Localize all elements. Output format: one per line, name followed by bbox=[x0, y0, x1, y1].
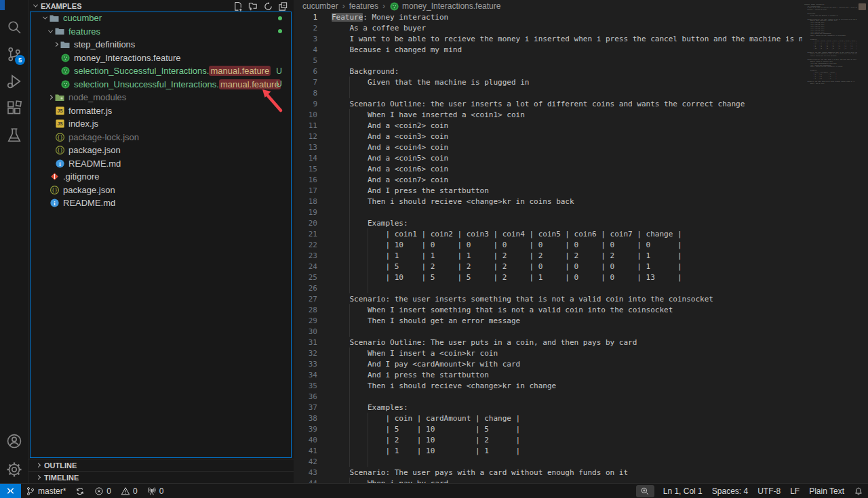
code-line-9: 9 Scenario Outline: the user inserts a l… bbox=[294, 98, 802, 109]
chevron-down-icon bbox=[34, 4, 37, 7]
status-remote[interactable] bbox=[0, 484, 21, 498]
outline-section-header[interactable]: OUTLINE bbox=[28, 459, 294, 471]
indent-guide bbox=[349, 87, 350, 98]
code-line-12: 12 And a <coin3> coin bbox=[294, 131, 802, 142]
tree-item-step-definitions[interactable]: step_definitions bbox=[31, 38, 291, 51]
tree-item-package-json[interactable]: {}package.json bbox=[31, 184, 291, 197]
breadcrumb-item-money-interactions-feature[interactable]: money_Interactions.feature bbox=[402, 1, 500, 11]
code-text: When I insert something that is not a va… bbox=[332, 306, 673, 314]
line-number: 12 bbox=[294, 132, 317, 141]
line-number: 15 bbox=[294, 165, 317, 173]
code-text: Background: bbox=[332, 67, 399, 76]
chevron-right-icon[interactable] bbox=[52, 43, 60, 46]
activitybar-account-button[interactable] bbox=[0, 428, 28, 455]
status-warnings[interactable]: 0 bbox=[116, 484, 142, 498]
line-number: 10 bbox=[294, 110, 317, 119]
timeline-section-header[interactable]: TIMELINE bbox=[28, 471, 294, 483]
line-number: 35 bbox=[294, 381, 317, 390]
status-language-mode[interactable]: Plain Text bbox=[804, 484, 849, 498]
status-language-mode-label: Plain Text bbox=[809, 486, 844, 496]
chevron-right-icon bbox=[37, 463, 40, 467]
code-text: Scenario: the user inserts something tha… bbox=[332, 295, 713, 304]
activitybar-search-button[interactable] bbox=[0, 14, 28, 41]
activitybar-extensions-button[interactable] bbox=[0, 95, 28, 122]
status-screencast-zoom[interactable] bbox=[636, 485, 654, 497]
minimap[interactable]: Feature: Money interaction As a coffee b… bbox=[802, 0, 857, 483]
readme-icon: i bbox=[50, 198, 60, 208]
scrollbar-thumb[interactable] bbox=[859, 3, 866, 10]
code-text: Examples: bbox=[332, 219, 408, 228]
tree-item-label: README.md bbox=[63, 198, 115, 208]
tree-item-readme-md[interactable]: iREADME.md bbox=[31, 157, 291, 171]
tree-item-features[interactable]: features bbox=[31, 25, 291, 39]
code-text: Scenario Outline: the user inserts a lot… bbox=[332, 100, 745, 108]
tree-item-package-lock-json[interactable]: {}package-lock.json bbox=[31, 131, 291, 144]
status-notifications[interactable] bbox=[849, 484, 868, 498]
json-icon: {} bbox=[50, 185, 60, 195]
tree-item-label: formatter.js bbox=[68, 106, 112, 116]
testing-icon bbox=[6, 127, 22, 144]
code-text: As a coffee buyer bbox=[332, 24, 426, 33]
tree-item-package-json[interactable]: {}package.json bbox=[31, 144, 291, 157]
code-line-38: 38 | coin | cardAmount | change | bbox=[294, 413, 802, 423]
status-ports-label: 0 bbox=[159, 486, 164, 496]
status-cursor-position[interactable]: Ln 1, Col 1 bbox=[658, 484, 707, 498]
new-folder-button[interactable] bbox=[248, 1, 258, 12]
code-line-19: 19 bbox=[294, 207, 802, 217]
status-ports[interactable]: 0 bbox=[142, 484, 169, 498]
tree-item-node-modules[interactable]: node_modules bbox=[31, 91, 291, 104]
filename-match-highlight: manual.feature bbox=[209, 66, 271, 76]
line-number: 40 bbox=[294, 436, 317, 444]
code-line-13: 13 And a <coin4> coin bbox=[294, 142, 802, 152]
overview-ruler[interactable] bbox=[857, 0, 868, 483]
status-git-branch[interactable]: master* bbox=[21, 484, 71, 498]
tree-item-label: node_modules bbox=[68, 92, 126, 102]
refresh-button[interactable] bbox=[262, 1, 273, 12]
tree-item-index-js[interactable]: JSindex.js bbox=[31, 117, 291, 131]
chevron-down-icon[interactable] bbox=[41, 16, 49, 20]
new-file-button[interactable] bbox=[233, 1, 243, 12]
code-text: | 5 | 2 | 2 | 2 | 0 | 0 | 0 | 1 | bbox=[332, 262, 682, 271]
tree-item-label: selection_Unsuccessful_Interactions. bbox=[74, 79, 219, 89]
chevron-right-icon[interactable] bbox=[46, 96, 54, 99]
tree-item-formatter-js[interactable]: JSformatter.js bbox=[31, 104, 291, 118]
tree-item-money-interactions-feature[interactable]: money_Interactions.feature bbox=[31, 51, 291, 65]
chevron-down-icon[interactable] bbox=[46, 30, 54, 33]
tree-item-label: selection_Successful_Interactions. bbox=[74, 66, 209, 76]
code-line-25: 25 | 10 | 5 | 5 | 2 | 1 | 0 | 0 | 13 | bbox=[294, 272, 802, 283]
line-number: 8 bbox=[294, 89, 317, 98]
indent-guide bbox=[349, 391, 350, 402]
activitybar-run-debug-button[interactable] bbox=[0, 68, 28, 95]
status-errors[interactable]: 0 bbox=[90, 484, 116, 498]
cucumber-icon bbox=[60, 53, 71, 63]
status-bar-left: master*000 bbox=[0, 484, 168, 498]
activitybar-testing-button[interactable] bbox=[0, 122, 28, 149]
tree-item-label: money_Interactions.feature bbox=[74, 53, 181, 63]
explorer-section-title: EXAMPLES bbox=[41, 2, 82, 10]
folder-icon bbox=[54, 26, 65, 37]
code-editor[interactable]: 1Feature: Money interaction2 As a coffee… bbox=[294, 12, 802, 483]
activitybar-settings-gear-button[interactable] bbox=[0, 456, 28, 483]
activitybar-source-control-button[interactable]: 5 bbox=[0, 41, 28, 68]
tree-item-selection-unsuccessful-interactions-manual-feature[interactable]: selection_Unsuccessful_Interactions.manu… bbox=[31, 78, 291, 91]
line-number: 24 bbox=[294, 262, 317, 271]
tree-item-cucumber[interactable]: cucumber bbox=[31, 12, 291, 25]
status-cursor-position-label: Ln 1, Col 1 bbox=[663, 486, 703, 496]
breadcrumb-item-features[interactable]: features bbox=[349, 1, 378, 11]
error-icon bbox=[94, 486, 104, 496]
explorer-section-header[interactable]: EXAMPLES bbox=[28, 0, 294, 12]
line-number: 23 bbox=[294, 251, 317, 260]
collapse-all-icon bbox=[278, 1, 288, 12]
js-icon: JS bbox=[55, 106, 65, 116]
tree-item-readme-md[interactable]: iREADME.md bbox=[31, 196, 291, 210]
tree-item-gitignore[interactable]: .gitignore bbox=[31, 170, 291, 184]
status-encoding[interactable]: UTF-8 bbox=[753, 484, 785, 498]
status-eol[interactable]: LF bbox=[785, 484, 804, 498]
status-indentation[interactable]: Spaces: 4 bbox=[707, 484, 753, 498]
chevron-right-icon bbox=[37, 476, 40, 479]
tree-item-selection-successful-interactions-manual-feature[interactable]: selection_Successful_Interactions.manual… bbox=[31, 64, 291, 78]
breadcrumb-item-cucumber[interactable]: cucumber bbox=[302, 1, 338, 11]
status-sync[interactable] bbox=[71, 484, 90, 498]
collapse-all-button[interactable] bbox=[277, 1, 288, 12]
line-number: 33 bbox=[294, 360, 317, 369]
